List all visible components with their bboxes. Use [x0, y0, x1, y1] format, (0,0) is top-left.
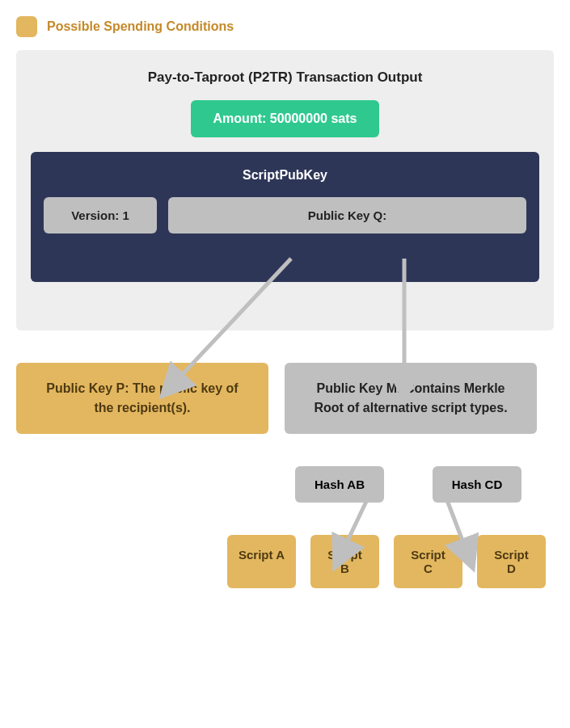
- hash-ab-box: Hash AB: [295, 466, 384, 503]
- script-d-box: Script D: [477, 535, 546, 588]
- legend: Possible Spending Conditions: [16, 16, 554, 37]
- public-key-q-field: Public Key Q:: [168, 197, 526, 234]
- public-key-p-box: Public Key P: The public key of the reci…: [16, 363, 268, 434]
- script-a-box: Script A: [227, 535, 296, 588]
- amount-box: Amount: 50000000 sats: [191, 100, 380, 137]
- scriptpubkey-title: ScriptPubKey: [44, 168, 526, 183]
- public-key-m-box: Public Key M: Contains Merkle Root of al…: [285, 363, 537, 434]
- version-field: Version: 1: [44, 197, 157, 234]
- hash-row: Hash AB Hash CD: [16, 466, 554, 503]
- legend-label: Possible Spending Conditions: [47, 19, 234, 34]
- script-row: Script A Script B Script C Script D: [16, 535, 554, 588]
- scriptpubkey-box: ScriptPubKey Version: 1 Public Key Q:: [31, 152, 539, 282]
- row-public-keys: Public Key P: The public key of the reci…: [16, 363, 554, 434]
- p2tr-panel: Pay-to-Taproot (P2TR) Transaction Output…: [16, 50, 554, 330]
- panel-title: Pay-to-Taproot (P2TR) Transaction Output: [31, 69, 539, 86]
- hash-cd-box: Hash CD: [433, 466, 521, 503]
- scriptpubkey-row: Version: 1 Public Key Q:: [44, 197, 526, 234]
- script-c-box: Script C: [394, 535, 462, 588]
- script-b-box: Script B: [310, 535, 379, 588]
- diagram-container: Possible Spending Conditions Pay-to-Tapr…: [16, 16, 554, 588]
- legend-swatch: [16, 16, 37, 37]
